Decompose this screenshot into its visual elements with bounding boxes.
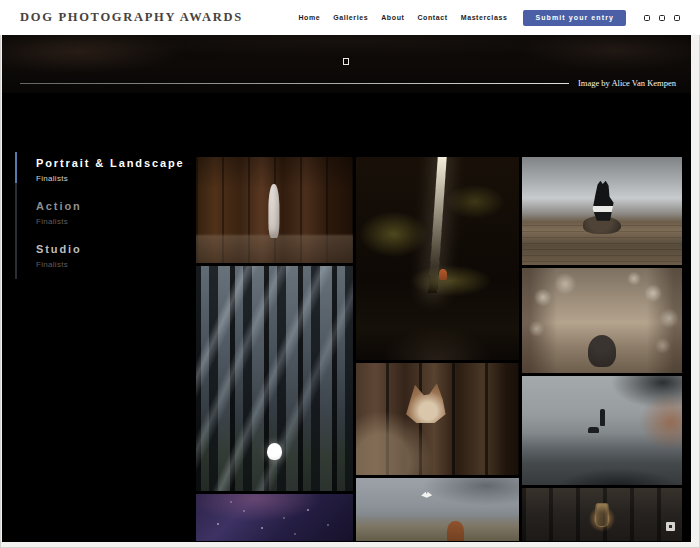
poodle-dog-shape [588, 335, 616, 367]
social-square-icon-1[interactable] [644, 15, 650, 21]
photo-misty-lake-walk[interactable] [522, 376, 682, 485]
nav-masterclass[interactable]: Masterclass [461, 14, 508, 21]
photo-starry-night-sky[interactable] [196, 494, 353, 541]
white-dog-shape [267, 443, 282, 460]
dalmatian-dog-shape [268, 184, 279, 238]
collie-dog-shape [591, 181, 615, 221]
nav-home[interactable]: Home [298, 14, 320, 21]
photo-poodle-bokeh[interactable] [522, 268, 682, 373]
sidebar-active-indicator [15, 152, 17, 183]
category-sublabel: Finalists [36, 217, 196, 226]
gallery-column-3 [522, 157, 682, 541]
red-dog-shape [439, 269, 447, 280]
nav-galleries[interactable]: Galleries [333, 14, 368, 21]
sidebar-item-portrait-landscape[interactable]: Portrait & Landscape Finalists [36, 157, 196, 183]
hero-banner-image: Image by Alice Van Kempen [2, 35, 691, 93]
social-icons [644, 15, 680, 21]
lake-dog-shape [588, 427, 599, 433]
gallery-column-2 [356, 157, 519, 541]
category-label: Action [36, 200, 196, 212]
social-square-icon-2[interactable] [659, 15, 665, 21]
sidebar-item-action[interactable]: Action Finalists [36, 200, 196, 226]
category-sidebar: Portrait & Landscape Finalists Action Fi… [2, 157, 196, 541]
category-sublabel: Finalists [36, 174, 196, 183]
banner-caption: Image by Alice Van Kempen [578, 78, 676, 88]
photo-collie-reflection[interactable] [522, 157, 682, 265]
main-nav: Home Galleries About Contact Masterclass [298, 14, 507, 21]
dog-head-shape [405, 383, 447, 423]
site-header: DOG PHOTOGRAPHY AWARDS Home Galleries Ab… [0, 0, 700, 35]
nav-contact[interactable]: Contact [417, 14, 447, 21]
page: DOG PHOTOGRAPHY AWARDS Home Galleries Ab… [0, 0, 700, 548]
photo-forest-light-rays[interactable] [196, 266, 353, 491]
lantern-shape [596, 503, 609, 527]
expand-icon[interactable] [666, 522, 675, 531]
photo-lantern-architecture[interactable] [522, 488, 682, 541]
social-square-icon-3[interactable] [674, 15, 680, 21]
content-area: Portrait & Landscape Finalists Action Fi… [2, 93, 691, 541]
category-label: Portrait & Landscape [36, 157, 196, 169]
category-label: Studio [36, 243, 196, 255]
site-logo: DOG PHOTOGRAPHY AWARDS [20, 10, 243, 25]
nav-about[interactable]: About [381, 14, 404, 21]
photo-dog-peeking-fence[interactable] [356, 363, 519, 475]
sidebar-item-studio[interactable]: Studio Finalists [36, 243, 196, 269]
banner-slider-handle[interactable] [343, 58, 349, 65]
submit-entry-button[interactable]: Submit your entry [523, 10, 626, 26]
category-sublabel: Finalists [36, 260, 196, 269]
man-figure-shape [600, 409, 605, 426]
gull-bird-shape [421, 492, 432, 498]
photo-dalmatian-doorway[interactable] [196, 157, 353, 263]
main-dark-area: Image by Alice Van Kempen Portrait & Lan… [2, 35, 691, 542]
photo-gallery-grid [196, 157, 682, 541]
header-right: Home Galleries About Contact Masterclass… [298, 10, 700, 26]
gallery-column-1 [196, 157, 353, 541]
beach-dog-shape [447, 521, 464, 541]
caption-rule [20, 83, 569, 84]
photo-cave-waterfall[interactable] [356, 157, 519, 360]
banner-caption-row: Image by Alice Van Kempen [20, 78, 676, 88]
photo-beach-bird[interactable] [356, 478, 519, 541]
